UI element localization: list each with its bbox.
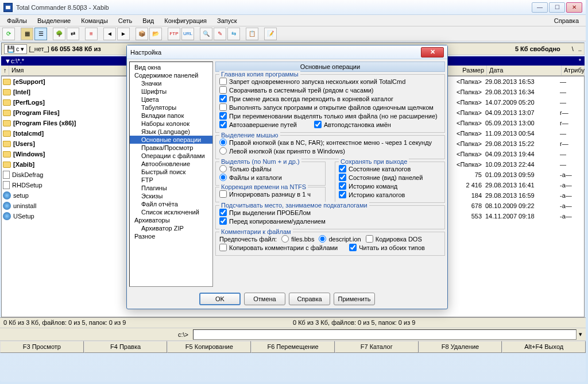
chk-single-instance[interactable]: Запрет одновременного запуска нескольких… [219, 77, 441, 86]
menu-view[interactable]: Вид [138, 16, 158, 25]
tree-item[interactable]: Правка/Просмотр [130, 144, 212, 152]
view-full-icon[interactable]: ☰ [34, 28, 47, 40]
f8-delete[interactable]: F8 Удаление [419, 341, 502, 353]
menubar: Файлы Выделение Команды Сеть Вид Конфигу… [0, 15, 586, 26]
f7-mkdir[interactable]: F7 Каталог [335, 341, 419, 353]
rad-left-click[interactable]: Левой кнопкой (как принято в Windows) [219, 147, 441, 155]
tree-item[interactable]: Автообновление [130, 160, 212, 168]
chk-calc-space[interactable]: При выделении ПРОБЕЛом [219, 208, 441, 217]
copy-names-icon[interactable]: 📋 [246, 28, 258, 40]
exe-icon [3, 212, 11, 220]
rad-filesbbs[interactable]: files.bbs [281, 235, 314, 243]
dialog-close-button[interactable]: ✕ [421, 47, 444, 57]
tree-item[interactable]: Вид окна [130, 63, 212, 71]
tree-item[interactable]: Цвета [130, 95, 212, 103]
tree-item[interactable]: FTP [130, 176, 212, 184]
tree-item[interactable]: Значки [130, 79, 212, 87]
rad-files-dirs[interactable]: Файлы и каталоги [219, 173, 322, 182]
f3-view[interactable]: F3 Просмотр [0, 341, 84, 353]
tree-item[interactable]: Язык (Language) [130, 128, 212, 136]
tree-item[interactable]: Плагины [130, 184, 212, 192]
file-date: 29.08.2013 16:59 [485, 192, 560, 199]
menu-commands[interactable]: Команды [76, 16, 113, 25]
ftp-icon[interactable]: FTP [168, 28, 180, 40]
rad-description[interactable]: descript.ion [319, 235, 361, 243]
menu-start[interactable]: Запуск [212, 16, 241, 25]
rad-right-click[interactable]: Правой кнопкой (как в NC, FAR); контекст… [219, 138, 441, 147]
pack-icon[interactable]: 📦 [136, 28, 148, 40]
maximize-button[interactable]: ☐ [549, 2, 565, 13]
root-button[interactable]: \ [572, 45, 574, 52]
tree-item[interactable]: Список исключений [130, 208, 212, 216]
menu-help[interactable]: Справка [550, 16, 583, 25]
settings-tree[interactable]: Вид окнаСодержимое панелейЗначкиШрифтыЦв… [129, 62, 213, 287]
chk-dos-encoding[interactable]: Кодировка DOS [366, 235, 422, 243]
multirename-icon[interactable]: ✎ [214, 28, 226, 40]
invert-icon[interactable]: ≡ [85, 28, 98, 40]
notepad-icon[interactable]: 📝 [264, 28, 277, 40]
tree-item[interactable]: Быстрый поиск [130, 168, 212, 176]
menu-net[interactable]: Сеть [114, 16, 137, 25]
file-date: 29.08.2013 16:34 [485, 89, 560, 95]
back-icon[interactable]: ◄ [103, 28, 116, 40]
chk-save-panels[interactable]: Состояние (вид) панелей [339, 173, 441, 182]
tree-item[interactable]: Эскизы [130, 192, 212, 200]
cancel-button[interactable]: Отмена [244, 293, 285, 305]
col-size[interactable]: Размер [441, 66, 487, 75]
tree-item[interactable]: Содержимое панелей [130, 71, 212, 79]
tree-item[interactable]: Шрифты [130, 87, 212, 95]
swap-icon[interactable]: ⇄ [67, 28, 79, 40]
tree-item[interactable]: Разное [130, 232, 212, 240]
tree-icon[interactable]: 🌳 [53, 28, 65, 40]
chk-rename-name-only[interactable]: При переименовании выделять только имя ф… [219, 112, 441, 120]
drive-right-info: 5 Кб свободно [515, 45, 560, 52]
f4-edit[interactable]: F4 Правка [84, 341, 168, 353]
unpack-icon[interactable]: 📂 [149, 28, 162, 40]
f6-move[interactable]: F6 Перемещение [251, 341, 335, 353]
tree-item[interactable]: Основные операции [130, 136, 212, 144]
col-date[interactable]: Дата [487, 66, 562, 75]
col-attr[interactable]: Атрибу [562, 66, 585, 75]
tree-item[interactable]: Архиватор ZIP [130, 224, 212, 232]
parent-button[interactable]: .. [578, 45, 582, 52]
tree-item[interactable]: Архиваторы [130, 216, 212, 224]
drive-button[interactable]: 💾 c ▾ [4, 44, 27, 54]
minimize-button[interactable]: — [532, 2, 548, 13]
view-brief-icon[interactable]: ▦ [21, 28, 33, 40]
altf4-exit[interactable]: Alt+F4 Выход [502, 341, 586, 353]
ok-button[interactable]: OK [199, 293, 241, 305]
help-button[interactable]: Справка [289, 293, 330, 305]
sync-icon[interactable]: ⇆ [227, 28, 240, 40]
forward-icon[interactable]: ► [117, 28, 130, 40]
tree-item[interactable]: Вкладки папок [130, 112, 212, 120]
chk-autosuggest[interactable]: Автоподстановка имён [314, 120, 391, 129]
menu-files[interactable]: Файлы [2, 16, 32, 25]
menu-config[interactable]: Конфигурация [160, 16, 211, 25]
tree-item[interactable]: Операции с файлами [130, 152, 212, 160]
cmd-input[interactable] [193, 329, 577, 340]
close-button[interactable]: ✕ [566, 2, 582, 13]
chk-save-dir-history[interactable]: Историю каталогов [339, 190, 441, 199]
chk-root-on-change[interactable]: При смене диска всегда переходить в корн… [219, 94, 441, 103]
chk-save-cmd-history[interactable]: Историю команд [339, 182, 441, 190]
chk-single-click[interactable]: Выполнять запуск программ и открытие фай… [219, 103, 441, 112]
chk-autocomplete[interactable]: Автозавершение путей [219, 120, 297, 129]
tree-item[interactable]: Наборы колонок [130, 120, 212, 128]
chk-tray[interactable]: Сворачивать в системный трей (рядом с ча… [219, 86, 441, 94]
menu-select[interactable]: Выделение [33, 16, 75, 25]
chk-calc-before-copy[interactable]: Перед копированием/удалением [219, 217, 441, 225]
url-icon[interactable]: URL [181, 28, 194, 40]
chk-save-dirs[interactable]: Состояние каталогов [339, 164, 441, 173]
tree-item[interactable]: Табуляторы [130, 103, 212, 112]
rad-files-only[interactable]: Только файлы [219, 164, 322, 173]
chk-copy-comments[interactable]: Копировать комментарии с файлами [219, 243, 338, 252]
chk-ignore-1h[interactable]: Игнорировать разницу в 1 ч [219, 190, 322, 198]
search-icon[interactable]: 🔍 [200, 28, 212, 40]
cmd-dropdown-icon[interactable]: ▾ [577, 331, 585, 338]
refresh-icon[interactable]: ⟳ [2, 28, 15, 40]
tree-item[interactable]: Файл отчёта [130, 200, 212, 208]
sort-indicator[interactable]: ↑ [1, 66, 9, 75]
f5-copy[interactable]: F5 Копирование [167, 341, 251, 353]
apply-button[interactable]: Применить [334, 293, 375, 305]
chk-read-both[interactable]: Читать из обоих типов [349, 243, 425, 252]
